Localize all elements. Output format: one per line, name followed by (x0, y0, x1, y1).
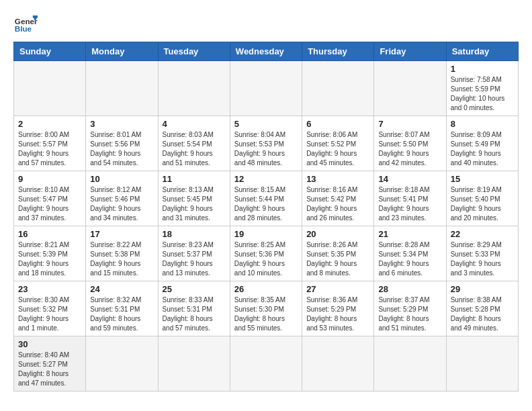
day-info: Sunrise: 8:22 AM Sunset: 5:38 PM Dayligh… (90, 240, 153, 278)
day-info: Sunrise: 8:18 AM Sunset: 5:41 PM Dayligh… (378, 185, 441, 223)
day-info: Sunrise: 8:33 AM Sunset: 5:31 PM Dayligh… (163, 295, 226, 333)
calendar-cell: 27Sunrise: 8:36 AM Sunset: 5:29 PM Dayli… (302, 281, 374, 336)
calendar-cell: 11Sunrise: 8:13 AM Sunset: 5:45 PM Dayli… (158, 171, 230, 226)
day-number: 11 (163, 174, 226, 184)
day-info: Sunrise: 7:58 AM Sunset: 5:59 PM Dayligh… (451, 75, 514, 113)
svg-rect-3 (33, 15, 38, 18)
calendar-cell: 25Sunrise: 8:33 AM Sunset: 5:31 PM Dayli… (158, 281, 230, 336)
day-number: 28 (378, 284, 441, 294)
day-number: 13 (306, 174, 369, 184)
calendar-cell: 19Sunrise: 8:25 AM Sunset: 5:36 PM Dayli… (230, 226, 302, 281)
day-number: 9 (18, 174, 81, 184)
calendar-cell (86, 336, 158, 392)
day-number: 29 (451, 284, 514, 294)
day-number: 16 (18, 229, 81, 239)
day-info: Sunrise: 8:25 AM Sunset: 5:36 PM Dayligh… (234, 240, 298, 278)
calendar-cell (302, 336, 374, 392)
day-number: 24 (90, 284, 153, 294)
svg-text:Blue: Blue (15, 24, 32, 33)
calendar-cell: 1Sunrise: 7:58 AM Sunset: 5:59 PM Daylig… (446, 61, 518, 116)
day-info: Sunrise: 8:07 AM Sunset: 5:50 PM Dayligh… (378, 130, 441, 168)
weekday-header-monday: Monday (86, 42, 158, 61)
calendar-cell: 8Sunrise: 8:09 AM Sunset: 5:49 PM Daylig… (446, 116, 518, 171)
page-container: General Blue SundayMondayTuesdayWednesda… (13, 11, 519, 392)
calendar-cell: 16Sunrise: 8:21 AM Sunset: 5:39 PM Dayli… (14, 226, 86, 281)
day-info: Sunrise: 8:40 AM Sunset: 5:27 PM Dayligh… (18, 351, 81, 388)
calendar-cell: 3Sunrise: 8:01 AM Sunset: 5:56 PM Daylig… (86, 116, 158, 171)
day-info: Sunrise: 8:29 AM Sunset: 5:33 PM Dayligh… (451, 240, 514, 278)
calendar-cell: 28Sunrise: 8:37 AM Sunset: 5:29 PM Dayli… (374, 281, 446, 336)
day-number: 1 (451, 64, 514, 74)
calendar-cell: 12Sunrise: 8:15 AM Sunset: 5:44 PM Dayli… (230, 171, 302, 226)
weekday-header-thursday: Thursday (302, 42, 374, 61)
logo-icon: General Blue (13, 11, 38, 35)
calendar-cell (158, 336, 230, 392)
weekday-header-wednesday: Wednesday (230, 42, 302, 61)
day-info: Sunrise: 8:09 AM Sunset: 5:49 PM Dayligh… (451, 130, 514, 168)
day-number: 30 (18, 339, 81, 349)
calendar-cell (446, 336, 518, 392)
day-number: 23 (18, 284, 81, 294)
day-number: 26 (234, 284, 298, 294)
calendar-cell: 24Sunrise: 8:32 AM Sunset: 5:31 PM Dayli… (86, 281, 158, 336)
day-info: Sunrise: 8:01 AM Sunset: 5:56 PM Dayligh… (90, 130, 153, 168)
calendar-cell (158, 61, 230, 116)
calendar-cell (230, 61, 302, 116)
calendar-cell (86, 61, 158, 116)
day-info: Sunrise: 8:30 AM Sunset: 5:32 PM Dayligh… (18, 295, 81, 333)
day-info: Sunrise: 8:16 AM Sunset: 5:42 PM Dayligh… (306, 185, 369, 223)
weekday-header-row: SundayMondayTuesdayWednesdayThursdayFrid… (14, 42, 519, 61)
day-info: Sunrise: 8:15 AM Sunset: 5:44 PM Dayligh… (234, 185, 298, 223)
day-number: 15 (451, 174, 514, 184)
day-number: 12 (234, 174, 298, 184)
day-number: 6 (306, 119, 369, 129)
calendar-row: 16Sunrise: 8:21 AM Sunset: 5:39 PM Dayli… (14, 226, 519, 281)
day-number: 22 (451, 229, 514, 239)
weekday-header-tuesday: Tuesday (158, 42, 230, 61)
day-number: 5 (234, 119, 298, 129)
calendar-row: 2Sunrise: 8:00 AM Sunset: 5:57 PM Daylig… (14, 116, 519, 171)
calendar-cell (374, 61, 446, 116)
day-info: Sunrise: 8:21 AM Sunset: 5:39 PM Dayligh… (18, 240, 81, 278)
day-info: Sunrise: 8:06 AM Sunset: 5:52 PM Dayligh… (306, 130, 369, 168)
calendar-cell: 23Sunrise: 8:30 AM Sunset: 5:32 PM Dayli… (14, 281, 86, 336)
calendar-cell: 18Sunrise: 8:23 AM Sunset: 5:37 PM Dayli… (158, 226, 230, 281)
day-info: Sunrise: 8:23 AM Sunset: 5:37 PM Dayligh… (163, 240, 226, 278)
day-info: Sunrise: 8:12 AM Sunset: 5:46 PM Dayligh… (90, 185, 153, 223)
calendar-cell: 10Sunrise: 8:12 AM Sunset: 5:46 PM Dayli… (86, 171, 158, 226)
day-number: 17 (90, 229, 153, 239)
calendar-table: SundayMondayTuesdayWednesdayThursdayFrid… (13, 42, 519, 392)
calendar-cell (374, 336, 446, 392)
day-info: Sunrise: 8:38 AM Sunset: 5:28 PM Dayligh… (451, 295, 514, 333)
calendar-cell: 20Sunrise: 8:26 AM Sunset: 5:35 PM Dayli… (302, 226, 374, 281)
calendar-cell: 26Sunrise: 8:35 AM Sunset: 5:30 PM Dayli… (230, 281, 302, 336)
day-info: Sunrise: 8:32 AM Sunset: 5:31 PM Dayligh… (90, 295, 153, 333)
calendar-cell: 2Sunrise: 8:00 AM Sunset: 5:57 PM Daylig… (14, 116, 86, 171)
day-number: 7 (378, 119, 441, 129)
calendar-cell: 6Sunrise: 8:06 AM Sunset: 5:52 PM Daylig… (302, 116, 374, 171)
day-number: 3 (90, 119, 153, 129)
day-number: 27 (306, 284, 369, 294)
day-number: 4 (163, 119, 226, 129)
day-number: 14 (378, 174, 441, 184)
calendar-cell: 15Sunrise: 8:19 AM Sunset: 5:40 PM Dayli… (446, 171, 518, 226)
day-info: Sunrise: 8:00 AM Sunset: 5:57 PM Dayligh… (18, 130, 81, 168)
calendar-row: 30Sunrise: 8:40 AM Sunset: 5:27 PM Dayli… (14, 336, 519, 392)
day-number: 2 (18, 119, 81, 129)
calendar-cell: 29Sunrise: 8:38 AM Sunset: 5:28 PM Dayli… (446, 281, 518, 336)
day-number: 8 (451, 119, 514, 129)
calendar-cell: 4Sunrise: 8:03 AM Sunset: 5:54 PM Daylig… (158, 116, 230, 171)
calendar-cell: 30Sunrise: 8:40 AM Sunset: 5:27 PM Dayli… (14, 336, 86, 392)
calendar-cell (230, 336, 302, 392)
day-info: Sunrise: 8:04 AM Sunset: 5:53 PM Dayligh… (234, 130, 298, 168)
day-number: 21 (378, 229, 441, 239)
day-info: Sunrise: 8:13 AM Sunset: 5:45 PM Dayligh… (163, 185, 226, 223)
calendar-row: 9Sunrise: 8:10 AM Sunset: 5:47 PM Daylig… (14, 171, 519, 226)
calendar-row: 1Sunrise: 7:58 AM Sunset: 5:59 PM Daylig… (14, 61, 519, 116)
calendar-cell (14, 61, 86, 116)
day-number: 19 (234, 229, 298, 239)
calendar-row: 23Sunrise: 8:30 AM Sunset: 5:32 PM Dayli… (14, 281, 519, 336)
calendar-cell: 9Sunrise: 8:10 AM Sunset: 5:47 PM Daylig… (14, 171, 86, 226)
logo-area: General Blue (13, 11, 38, 35)
weekday-header-sunday: Sunday (14, 42, 86, 61)
